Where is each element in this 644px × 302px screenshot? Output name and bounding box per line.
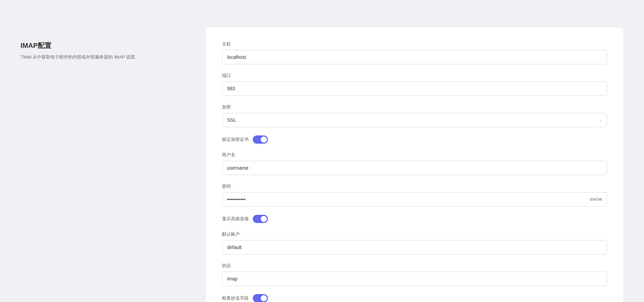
encryption-group: 加密 SSL TLS STARTTLS None ⌄ — [222, 104, 607, 127]
show-password-button[interactable]: SHOW — [590, 197, 602, 201]
protocol-group: 协议 — [222, 263, 607, 286]
username-input[interactable] — [222, 161, 607, 175]
show-advanced-toggle[interactable] — [253, 215, 268, 223]
host-group: 主机 — [222, 41, 607, 64]
password-input[interactable] — [222, 192, 607, 207]
show-advanced-label: 显示高级选项 — [222, 216, 249, 222]
host-label: 主机 — [222, 41, 607, 47]
check-sent-slider — [253, 294, 268, 302]
check-sent-row: 检查抄送字段 — [222, 294, 607, 302]
verify-cert-row: 验证加密证书 — [222, 135, 607, 144]
username-label: 用户名 — [222, 152, 607, 158]
password-group: 密码 SHOW — [222, 183, 607, 207]
protocol-input[interactable] — [222, 272, 607, 286]
encryption-label: 加密 — [222, 104, 607, 110]
encryption-select[interactable]: SSL TLS STARTTLS None — [222, 113, 607, 127]
protocol-label: 协议 — [222, 263, 607, 269]
encryption-select-wrapper: SSL TLS STARTTLS None ⌄ — [222, 113, 607, 127]
page-container: IMAP配置 TMail 从中获取电子邮件的内部或外部服务器的 IMAP 设置。… — [0, 14, 644, 302]
port-label: 端口 — [222, 73, 607, 79]
verify-cert-label: 验证加密证书 — [222, 136, 249, 143]
show-advanced-row: 显示高级选项 — [222, 215, 607, 223]
verify-cert-toggle[interactable] — [253, 135, 268, 144]
port-input[interactable] — [222, 81, 607, 96]
check-sent-label: 检查抄送字段 — [222, 295, 249, 301]
default-account-group: 默认账户 — [222, 231, 607, 254]
show-advanced-slider — [253, 215, 268, 223]
default-account-input[interactable] — [222, 240, 607, 254]
section-title: IMAP配置 — [21, 41, 185, 50]
username-group: 用户名 — [222, 152, 607, 175]
left-panel: IMAP配置 TMail 从中获取电子邮件的内部或外部服务器的 IMAP 设置。 — [0, 27, 206, 302]
default-account-label: 默认账户 — [222, 231, 607, 237]
check-sent-toggle[interactable] — [253, 294, 268, 302]
password-label: 密码 — [222, 183, 607, 189]
host-input[interactable] — [222, 50, 607, 64]
port-group: 端口 — [222, 73, 607, 96]
check-sent-group: 检查抄送字段 如果启用，TMail 在获取邮件时也会检查抄送字段。 — [222, 294, 607, 302]
verify-cert-slider — [253, 135, 268, 144]
password-wrapper: SHOW — [222, 192, 607, 207]
right-panel: 主机 端口 加密 SSL TLS STARTTLS None ⌄ 验证加密证书 — [206, 27, 623, 302]
section-description: TMail 从中获取电子邮件的内部或外部服务器的 IMAP 设置。 — [21, 54, 185, 61]
